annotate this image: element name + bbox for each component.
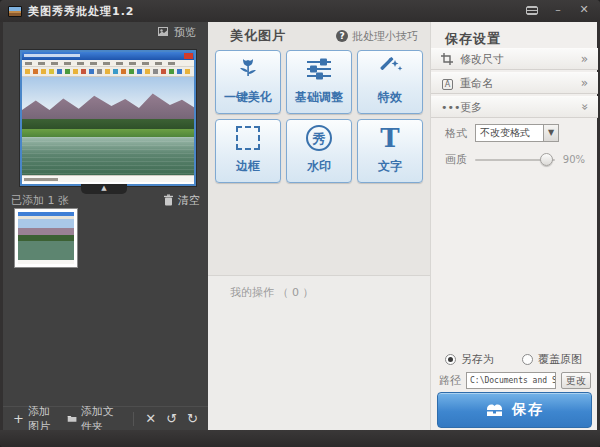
basic-adjust-label: 基础调整 <box>295 89 343 106</box>
dropdown-arrow-icon[interactable]: ▼ <box>543 125 558 141</box>
ellipsis-icon: ••• <box>441 101 454 114</box>
app-logo-icon <box>8 6 22 17</box>
one-key-beautify-button[interactable]: 一键美化 <box>215 50 281 114</box>
window-controls: – ✕ <box>524 3 592 19</box>
path-label: 路径 <box>439 373 461 388</box>
operations-area: 我的操作 （ 0 ） <box>208 275 430 430</box>
save-settings-title: 保存设置 <box>445 30 501 48</box>
rename-section[interactable]: A 重命名 » <box>431 72 598 94</box>
text-label: 文字 <box>378 158 402 175</box>
quality-label: 画质 <box>445 152 467 167</box>
quality-value: 90% <box>563 154 585 165</box>
preview-image[interactable] <box>20 50 196 186</box>
chevron-right-icon: » <box>581 76 588 90</box>
quality-slider[interactable] <box>475 153 555 167</box>
path-row: 路径 C:\Documents and Settings' 更改 <box>439 372 591 389</box>
border-button[interactable]: 边框 <box>215 119 281 183</box>
crop-icon <box>441 53 454 65</box>
center-panel: 美化图片 ? 批处理小技巧 一键美化 <box>208 22 430 430</box>
slider-handle[interactable] <box>540 153 553 166</box>
format-label: 格式 <box>445 126 467 141</box>
overwrite-radio[interactable]: 覆盖原图 <box>522 352 582 367</box>
magic-wand-icon <box>377 55 403 83</box>
grass <box>22 129 194 137</box>
inner-close-icon <box>184 53 193 59</box>
operations-label: 我的操作 （ 0 ） <box>208 276 430 300</box>
add-folder-button[interactable]: 添加文件夹 <box>67 404 121 434</box>
sliders-icon <box>305 55 333 83</box>
add-image-label: 添加图片 <box>28 404 57 434</box>
change-path-button[interactable]: 更改 <box>561 372 591 389</box>
save-as-radio[interactable]: 另存为 <box>445 352 494 367</box>
inner-window-menubar <box>22 60 194 67</box>
effects-label: 特效 <box>378 89 402 106</box>
text-icon: T <box>380 124 399 152</box>
preview-label: 预览 <box>174 25 196 40</box>
thumbnail-picture <box>18 212 74 264</box>
preview-icon <box>158 27 170 38</box>
save-label: 保存 <box>512 401 544 419</box>
watermark-icon: 秀 <box>306 124 332 152</box>
save-as-label: 另存为 <box>461 352 494 367</box>
effects-button[interactable]: 特效 <box>357 50 423 114</box>
right-panel: 保存设置 修改尺寸 » A 重命名 » ••• 更多 » <box>430 22 597 430</box>
radio-unselected-icon <box>522 354 533 365</box>
one-key-beautify-label: 一键美化 <box>224 89 272 106</box>
add-image-button[interactable]: + 添加图片 <box>13 404 57 434</box>
clear-label: 清空 <box>178 193 200 208</box>
rename-label: 重命名 <box>460 76 493 91</box>
redo-button[interactable]: ↻ <box>187 411 198 426</box>
save-button[interactable]: 保存 <box>437 392 592 428</box>
landscape-photo <box>22 77 194 175</box>
remove-button[interactable]: ✕ <box>145 411 156 426</box>
center-header: 美化图片 ? 批处理小技巧 <box>208 22 430 50</box>
border-label: 边框 <box>236 158 260 175</box>
beautify-title: 美化图片 <box>230 27 286 45</box>
skin-menu-button[interactable] <box>524 3 540 19</box>
minimize-button[interactable]: – <box>550 3 566 19</box>
left-panel: 预览 ▲ 已添加 1 张 <box>3 22 208 430</box>
more-section[interactable]: ••• 更多 » <box>431 96 598 118</box>
save-icon <box>485 403 504 418</box>
toolbar-divider <box>133 412 134 426</box>
frame-icon <box>236 124 260 152</box>
app-window: 美图秀秀批处理1.2 – ✕ 预览 <box>0 0 600 447</box>
added-row: 已添加 1 张 清空 <box>11 192 200 208</box>
plus-icon: + <box>13 411 24 426</box>
trash-icon <box>163 194 174 206</box>
undo-button[interactable]: ↺ <box>166 411 177 426</box>
left-toolbar: + 添加图片 添加文件夹 ✕ ↺ ↻ <box>3 406 208 430</box>
inner-window-toolbar <box>22 67 194 77</box>
resize-section[interactable]: 修改尺寸 » <box>431 48 598 70</box>
feature-grid: 一键美化 基础调整 <box>215 50 423 183</box>
watermark-label: 水印 <box>307 158 331 175</box>
overwrite-label: 覆盖原图 <box>538 352 582 367</box>
basic-adjust-button[interactable]: 基础调整 <box>286 50 352 114</box>
text-button[interactable]: T 文字 <box>357 119 423 183</box>
inner-window-titlebar <box>22 52 194 60</box>
format-select[interactable]: 不改变格式 ▼ <box>475 124 559 142</box>
save-mode-row: 另存为 覆盖原图 <box>445 352 589 367</box>
preview-button[interactable]: 预览 <box>158 25 196 40</box>
menu-icon <box>526 6 538 15</box>
tips-label: 批处理小技巧 <box>352 29 418 44</box>
quality-row: 画质 90% <box>445 152 585 167</box>
watermark-button[interactable]: 秀 水印 <box>286 119 352 183</box>
image-thumbnail[interactable] <box>14 208 78 268</box>
path-input[interactable]: C:\Documents and Settings' <box>466 372 556 389</box>
window-title: 美图秀秀批处理1.2 <box>28 4 135 19</box>
added-count-label: 已添加 1 张 <box>11 193 69 208</box>
resize-label: 修改尺寸 <box>460 52 504 67</box>
close-button[interactable]: ✕ <box>576 3 592 19</box>
lake-reflection <box>22 137 194 175</box>
chevron-down-icon: » <box>581 100 588 114</box>
titlebar[interactable]: 美图秀秀批处理1.2 – ✕ <box>0 0 600 22</box>
tips-link[interactable]: ? 批处理小技巧 <box>336 29 418 44</box>
flower-icon <box>235 55 261 83</box>
clear-button[interactable]: 清空 <box>163 193 200 208</box>
question-icon: ? <box>336 30 348 42</box>
radio-selected-icon <box>445 354 456 365</box>
format-row: 格式 不改变格式 ▼ <box>445 124 559 142</box>
more-label: 更多 <box>460 100 482 115</box>
window-body: 预览 ▲ 已添加 1 张 <box>3 22 597 430</box>
